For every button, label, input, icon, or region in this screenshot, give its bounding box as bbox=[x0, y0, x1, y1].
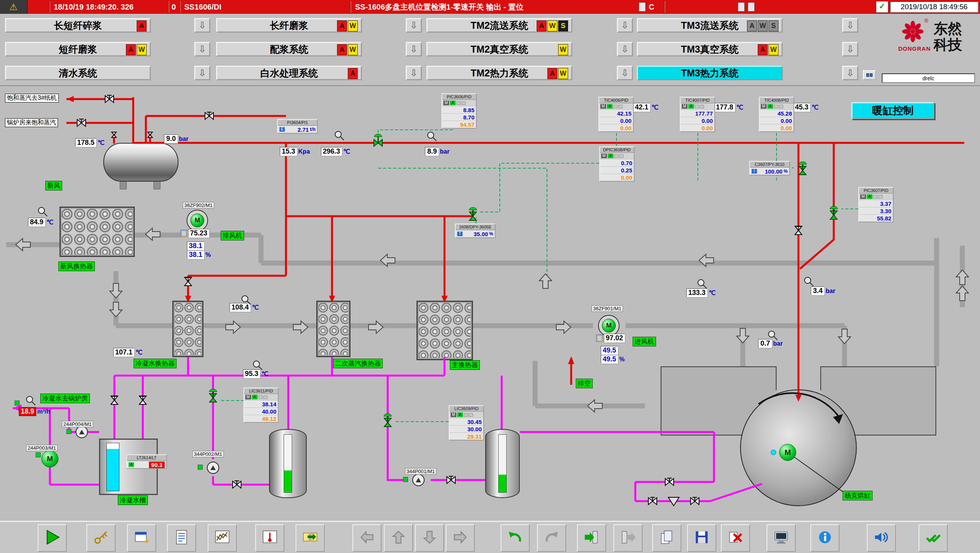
nav-button-5[interactable]: 短纤磨浆AW bbox=[5, 42, 151, 56]
chevron-down-icon: ⇩ bbox=[846, 20, 854, 31]
valve-icon[interactable] bbox=[795, 226, 802, 235]
nav-page-arrow-button[interactable]: ⇩ bbox=[406, 42, 422, 56]
system-ok-icon[interactable]: ✓ bbox=[876, 1, 888, 13]
toolbar-nav-up-button[interactable] bbox=[384, 524, 413, 552]
system-clock: 2019/10/18 18:49:56 bbox=[890, 1, 978, 13]
status-badge: W bbox=[547, 20, 557, 31]
nav-page-arrow-button[interactable]: ⇩ bbox=[617, 66, 633, 80]
valve-icon[interactable] bbox=[665, 478, 674, 485]
toolbar-temperature-button[interactable] bbox=[255, 524, 284, 552]
nav-page-arrow-button[interactable]: ⇩ bbox=[617, 18, 633, 33]
valve-icon[interactable] bbox=[384, 414, 392, 427]
valve-icon[interactable] bbox=[148, 132, 152, 137]
valve-icon[interactable] bbox=[799, 162, 806, 175]
nav-badges: A bbox=[137, 20, 147, 31]
status-badge: A bbox=[747, 20, 757, 31]
nav-button-label: TM2真空系统 bbox=[471, 43, 528, 56]
info-icon bbox=[816, 529, 833, 547]
monitor-icon bbox=[773, 529, 790, 547]
toolbar-undo-button[interactable] bbox=[501, 524, 530, 552]
valve-icon[interactable] bbox=[185, 277, 192, 286]
toolbar-nav-down-button[interactable] bbox=[415, 524, 444, 552]
toolbar-monitor-button[interactable] bbox=[767, 524, 796, 552]
nav-page-arrow-button[interactable]: ⇩ bbox=[842, 66, 858, 80]
toolbar-confirm-button[interactable] bbox=[919, 524, 948, 552]
valve-icon[interactable] bbox=[830, 206, 838, 219]
valve-icon[interactable] bbox=[77, 119, 86, 126]
toolbar-logout-button[interactable] bbox=[613, 524, 643, 552]
duct-flow-arrow-icon bbox=[556, 321, 571, 333]
duct-flow-arrow-icon bbox=[956, 286, 968, 301]
nav-page-arrow-button[interactable]: ⇩ bbox=[194, 66, 210, 80]
duct-flow-arrow-icon bbox=[737, 328, 749, 343]
nav-button-4[interactable]: TM3流送系统AWS bbox=[637, 18, 783, 33]
chevron-down-icon: ⇩ bbox=[410, 20, 418, 31]
alarm-option-box[interactable] bbox=[748, 2, 755, 12]
toolbar-run-button[interactable] bbox=[38, 524, 67, 552]
nav-button-7[interactable]: TM2真空系统W bbox=[426, 42, 572, 56]
alarm-bell-icon[interactable]: ⚠ bbox=[0, 0, 28, 14]
valve-icon[interactable] bbox=[374, 134, 382, 146]
nav-page-arrow-button[interactable]: ⇩ bbox=[194, 18, 210, 33]
nav-page-arrow-button[interactable]: ⇩ bbox=[406, 18, 422, 33]
nav-button-label: 白水处理系统 bbox=[260, 67, 318, 79]
toolbar-file-copy-button[interactable] bbox=[652, 524, 681, 552]
nav-page-arrow-button[interactable]: ⇩ bbox=[194, 42, 210, 56]
station-name-field[interactable]: drelc bbox=[882, 73, 975, 83]
nav-button-6[interactable]: 配浆系统AW bbox=[216, 42, 362, 56]
valve-icon[interactable] bbox=[691, 497, 699, 505]
duct-flow-arrow-icon bbox=[380, 254, 395, 267]
toolbar-file-save-button[interactable] bbox=[687, 524, 716, 552]
valve-icon[interactable] bbox=[648, 497, 657, 505]
toolbar-new-window-button[interactable] bbox=[127, 524, 156, 552]
status-badge: A bbox=[537, 20, 547, 31]
nav-button-9[interactable]: 清水系统 bbox=[5, 66, 151, 80]
nav-page-arrow-button[interactable]: ⇩ bbox=[842, 18, 858, 33]
duct-flow-arrow-icon bbox=[956, 270, 968, 285]
toolbar-report-button[interactable] bbox=[167, 524, 196, 552]
status-badge: A bbox=[337, 44, 347, 55]
valve-icon[interactable] bbox=[233, 481, 241, 488]
nav-button-10[interactable]: 白水处理系统A bbox=[216, 66, 362, 80]
nav-button-8[interactable]: TM3真空系统AW bbox=[637, 42, 783, 56]
valve-icon[interactable] bbox=[105, 95, 114, 103]
valve-icon[interactable] bbox=[139, 396, 146, 404]
valve-icon[interactable] bbox=[209, 389, 217, 402]
valve-icon[interactable] bbox=[447, 476, 455, 483]
station-select-button[interactable] bbox=[863, 70, 876, 80]
nav-button-1[interactable]: 长短纤碎浆A bbox=[5, 18, 151, 33]
valve-icon[interactable] bbox=[205, 112, 213, 119]
toolbar-file-delete-button[interactable] bbox=[721, 524, 750, 552]
grid-icon bbox=[870, 73, 873, 77]
toolbar-nav-left-button[interactable] bbox=[352, 524, 382, 552]
toolbar-nav-right-button[interactable] bbox=[446, 524, 475, 552]
hmi-screen: M M M M bbox=[0, 0, 980, 553]
status-badge: W bbox=[558, 68, 568, 79]
nav-page-arrow-button[interactable]: ⇩ bbox=[406, 66, 422, 80]
toolbar-info-button[interactable] bbox=[810, 524, 840, 552]
nav-page-arrow-button[interactable]: ⇩ bbox=[842, 42, 858, 56]
nav-button-12[interactable]: TM3热力系统 bbox=[637, 66, 783, 80]
alarm-ack-icon[interactable] bbox=[639, 2, 646, 12]
nav-button-3[interactable]: TM2流送系统AWS bbox=[426, 18, 572, 33]
logout-icon bbox=[620, 529, 636, 547]
nav-up-icon bbox=[390, 529, 407, 547]
divider bbox=[664, 1, 665, 13]
toolbar-redo-button[interactable] bbox=[537, 524, 566, 552]
valve-icon[interactable] bbox=[111, 396, 118, 404]
toolbar-audio-button[interactable] bbox=[867, 524, 896, 552]
alarm-option-box[interactable] bbox=[738, 2, 745, 12]
toolbar-login-button[interactable] bbox=[577, 524, 606, 552]
nav-page-arrow-button[interactable]: ⇩ bbox=[617, 42, 633, 56]
nav-button-11[interactable]: TM2热力系统AW bbox=[426, 66, 572, 80]
valve-icon[interactable] bbox=[469, 207, 477, 220]
titlebar-counter: 0 bbox=[172, 0, 176, 14]
valve-icon[interactable] bbox=[112, 132, 116, 137]
toolbar-transfer-button[interactable] bbox=[296, 524, 325, 552]
nav-left-icon bbox=[359, 529, 375, 547]
toolbar-trend-button[interactable] bbox=[208, 524, 237, 552]
duct-flow-arrow-icon bbox=[699, 254, 714, 267]
nav-button-2[interactable]: 长纤磨浆AW bbox=[216, 18, 362, 33]
toolbar-key-button[interactable] bbox=[86, 524, 116, 552]
nav-badges: AW bbox=[337, 44, 358, 55]
